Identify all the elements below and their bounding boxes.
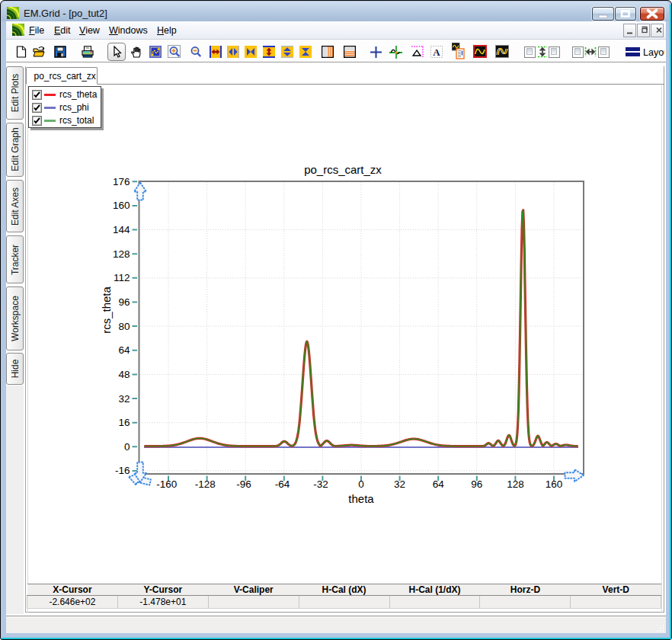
- svg-text:96: 96: [471, 478, 482, 490]
- svg-text:A: A: [433, 46, 440, 58]
- svg-text:po_rcs_cart_zx: po_rcs_cart_zx: [304, 163, 382, 176]
- svg-text:176: 176: [113, 176, 130, 187]
- svg-text:112: 112: [114, 272, 130, 283]
- svg-text:64: 64: [118, 344, 130, 356]
- svg-text:theta: theta: [348, 492, 374, 505]
- svg-text:64: 64: [433, 478, 445, 490]
- svg-text:160: 160: [546, 478, 563, 490]
- svg-text:80: 80: [118, 321, 130, 332]
- svg-text:16: 16: [118, 417, 130, 428]
- svg-text:128: 128: [507, 478, 524, 490]
- svg-text:32: 32: [118, 393, 130, 405]
- svg-text:-16: -16: [115, 465, 130, 476]
- svg-text:-96: -96: [236, 478, 251, 490]
- svg-text:144: 144: [113, 224, 130, 235]
- svg-text:160: 160: [113, 200, 130, 211]
- svg-text:-32: -32: [313, 478, 328, 490]
- svg-text:0: 0: [358, 478, 364, 490]
- svg-text:48: 48: [118, 369, 130, 380]
- svg-text:-64: -64: [275, 478, 290, 490]
- svg-text:96: 96: [118, 296, 130, 308]
- svg-text:-160: -160: [156, 478, 177, 490]
- svg-text:-128: -128: [195, 478, 216, 490]
- svg-text:32: 32: [394, 478, 405, 490]
- svg-text:128: 128: [113, 248, 130, 260]
- svg-text:rcs_theta: rcs_theta: [100, 286, 113, 333]
- svg-text:0: 0: [124, 441, 130, 453]
